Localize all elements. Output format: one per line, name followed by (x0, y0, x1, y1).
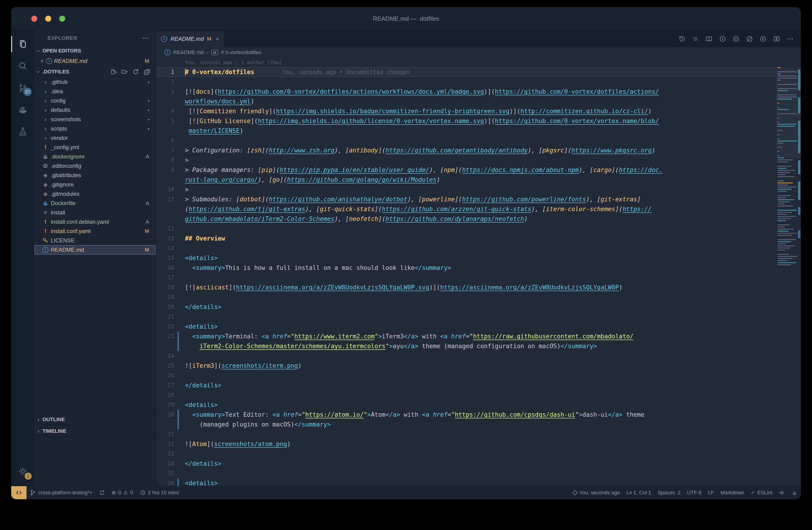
eol-item[interactable]: LF (705, 486, 717, 499)
breadcrumb-heading[interactable]: # 0-vortex/dotfiles (221, 49, 262, 56)
tree-item-readme.md[interactable]: iREADME.mdM (34, 245, 156, 255)
code-line-1[interactable]: 1# 0-vortex/dotfilesYou, seconds ago • U… (156, 67, 775, 77)
code-line-22[interactable]: 22<details> (156, 321, 775, 331)
code-line-6-wrap[interactable]: master/LICENSE) (156, 126, 775, 135)
code-line-13[interactable]: 13## Overview (156, 233, 775, 243)
flask-icon[interactable] (11, 121, 34, 143)
section-timeline[interactable]: › TIMELINE (34, 426, 156, 437)
search-icon[interactable] (11, 55, 34, 77)
close-window-button[interactable] (31, 16, 37, 22)
close-icon[interactable]: × (38, 58, 46, 64)
tree-item-.editorconfig[interactable]: ⚙.editorconfig (34, 161, 156, 171)
code-line-11[interactable]: 11> Submodules: [dotbot](https://github.… (156, 195, 775, 204)
sidebar-more-actions-icon[interactable]: ··· (142, 35, 149, 42)
tree-item-_config.yml[interactable]: !_config.yml (34, 143, 156, 152)
section-open-editors[interactable]: › OPEN EDITORS (34, 46, 156, 56)
gitlens-changes-icon[interactable] (746, 35, 753, 43)
open-changes-icon[interactable] (692, 35, 699, 43)
eslint-status-item[interactable]: ✓ ESLint (748, 486, 775, 499)
minimap[interactable] (775, 47, 801, 486)
code-line-4[interactable]: 4 [![Commitizen friendly](https://img.sh… (156, 106, 775, 116)
code-line-34[interactable]: 34</details> (156, 459, 775, 469)
code-line-27[interactable]: 27</details> (156, 381, 775, 390)
collapse-all-icon[interactable] (144, 68, 150, 75)
code-line-19[interactable]: 19 (156, 292, 775, 302)
section-dotfiles[interactable]: › .DOTFILES (34, 66, 156, 77)
remote-indicator[interactable] (11, 486, 27, 499)
code-line-14[interactable]: 14 (156, 243, 775, 253)
time-tracking-status-item[interactable]: 2 hrs 15 mins (136, 486, 182, 499)
code-line-20[interactable]: 20</details> (156, 302, 775, 312)
tree-item-screenshots[interactable]: ›screenshots● (34, 115, 156, 124)
code-line-12[interactable]: 12 (156, 224, 775, 233)
split-editor-icon[interactable] (773, 35, 780, 43)
tree-item-defaults[interactable]: ›defaults● (34, 105, 156, 115)
code-line-21[interactable]: 21 (156, 312, 775, 321)
problems-status-item[interactable]: ⊗ 0 ⚠ 0 (108, 486, 136, 499)
encoding-item[interactable]: UTF-8 (684, 486, 705, 499)
code-line-3[interactable]: 3[![docs](https://github.com/0-vortex/do… (156, 87, 775, 97)
more-actions-icon[interactable] (786, 35, 794, 43)
code-line-9[interactable]: 9> Package managers: [pip](https://pip.p… (156, 165, 775, 175)
code-line-7[interactable]: 7> Configuration: [zsh](http://www.zsh.o… (156, 145, 775, 155)
code-line-10[interactable]: 10> (156, 185, 775, 195)
code-line-6[interactable]: 6 (156, 135, 775, 145)
breadcrumb-file[interactable]: README.md (173, 49, 204, 56)
tab-readme[interactable]: i README.md M × (156, 31, 224, 47)
code-line-36[interactable]: 36<details> (156, 478, 775, 486)
refresh-icon[interactable] (132, 68, 139, 75)
tree-item-.dockerignore[interactable]: .dockerignoreA (34, 152, 156, 161)
tree-item-.gitmodules[interactable]: ◈.gitmodules (34, 189, 156, 199)
tree-item-vendor[interactable]: ›vendor (34, 133, 156, 143)
zoom-window-button[interactable] (59, 16, 65, 22)
explorer-icon[interactable] (11, 33, 34, 55)
new-file-icon[interactable] (110, 68, 117, 75)
history-icon[interactable] (678, 35, 686, 43)
docker-icon[interactable] (11, 99, 34, 121)
minimize-window-button[interactable] (45, 16, 51, 22)
file-blame-header[interactable]: You, seconds ago | 1 author (You) (156, 58, 775, 67)
tree-item-install[interactable]: ≡install (34, 208, 156, 217)
settings-gear-icon[interactable]: 1 (11, 460, 34, 483)
tree-item-.idea[interactable]: ›.idea (34, 87, 156, 96)
sync-status-item[interactable] (96, 486, 108, 499)
tree-item-install.conf.debian.yaml[interactable]: !install.conf.debian.yamlA (34, 217, 156, 227)
code-line-36-wrap[interactable]: (managed plugins on macOS)</summary> (156, 419, 775, 429)
code-line-28[interactable]: 28 (156, 390, 775, 400)
tree-item-license[interactable]: LICENSE (34, 236, 156, 245)
blame-status-item[interactable]: You, seconds ago (570, 486, 623, 499)
code-line-3-wrap[interactable]: workflows/docs.yml) (156, 97, 775, 106)
code-line-32[interactable]: 32![Atom](screenshots/atom.png) (156, 439, 775, 449)
gitlens-heatmap-icon[interactable] (733, 35, 740, 43)
section-outline[interactable]: › OUTLINE (34, 414, 156, 426)
branch-status-item[interactable]: cross-platform-testing*+ (27, 486, 96, 499)
source-control-icon[interactable]: 37 (11, 77, 34, 99)
open-editor-item[interactable]: × i README.md M (34, 56, 156, 66)
code-line-14-wrap[interactable]: (https://github.com/tj/git-extras), [git… (156, 204, 775, 214)
cursor-position-item[interactable]: Ln 1, Col 1 (623, 486, 654, 499)
close-icon[interactable]: × (216, 35, 219, 43)
code-line-35[interactable]: 35 (156, 469, 775, 478)
code-line-18[interactable]: 18[![asciicast](https://asciinema.org/a/… (156, 283, 775, 292)
tree-item-.github[interactable]: ›.github● (34, 77, 156, 87)
notifications-bell-icon[interactable] (788, 486, 801, 499)
tree-item-.gitattributes[interactable]: ◈.gitattributes (34, 171, 156, 180)
code-line-23[interactable]: 23 <summary>Terminal: <a href="https://w… (156, 331, 775, 341)
code-line-16[interactable]: 16 <summary>This is how a full install o… (156, 263, 775, 273)
code-line-15-wrap[interactable]: github.com/mbadolato/iTerm2-Color-Scheme… (156, 214, 775, 224)
new-folder-icon[interactable] (121, 68, 128, 75)
code-line-17[interactable]: 17 (156, 273, 775, 283)
code-line-26[interactable]: 26 (156, 371, 775, 381)
tree-item-dockerfile[interactable]: DockerfileA (34, 199, 156, 208)
tree-item-install.conf.yaml[interactable]: !install.conf.yamlM (34, 227, 156, 236)
feedback-icon[interactable] (775, 486, 788, 499)
code-line-11-wrap[interactable]: rust-lang.org/cargo/), [go](https://gith… (156, 175, 775, 185)
code-line-29[interactable]: 29<details> (156, 400, 775, 410)
tree-item-scripts[interactable]: ›scripts● (34, 124, 156, 133)
indentation-item[interactable]: Spaces: 2 (654, 486, 684, 499)
code-line-28-wrap[interactable]: iTerm2-Color-Schemes/master/schemes/ayu.… (156, 341, 775, 351)
code-line-5[interactable]: 5 [![GitHub License](https://img.shields… (156, 116, 775, 126)
markdown-preview-icon[interactable] (705, 35, 713, 43)
code-line-24[interactable]: 24 (156, 351, 775, 361)
tree-item-.gitignore[interactable]: ◈.gitignore (34, 180, 156, 189)
